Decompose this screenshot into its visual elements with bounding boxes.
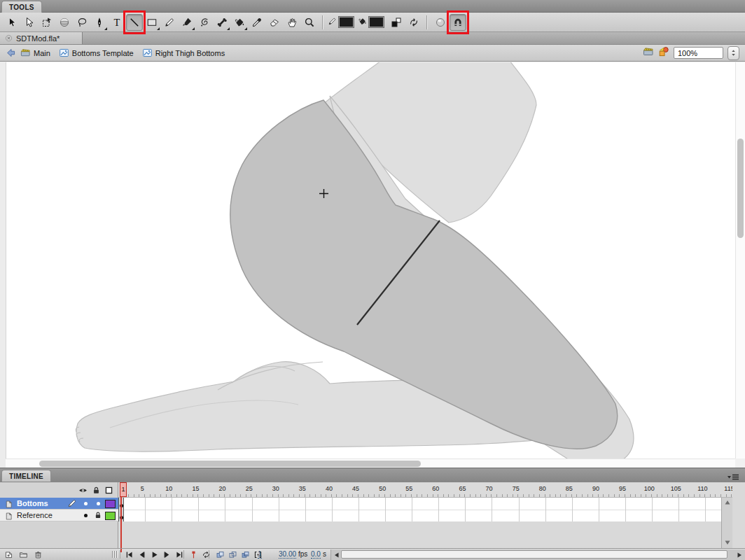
timeline-vertical-scrollbar[interactable] bbox=[721, 498, 732, 548]
ruler-frame-label: 25 bbox=[246, 485, 253, 492]
fill-color-control-swatch[interactable] bbox=[368, 16, 384, 28]
elapsed-time-indicator[interactable]: 0.0 s bbox=[311, 550, 326, 559]
delete-layer-button[interactable] bbox=[32, 550, 43, 559]
canvas-vertical-scrollbar-thumb[interactable] bbox=[737, 139, 744, 238]
edit-symbols-button[interactable] bbox=[658, 46, 669, 60]
close-document-icon[interactable] bbox=[5, 32, 13, 45]
eyedropper-tool[interactable] bbox=[249, 14, 265, 31]
timeline-status-bar: 1 30.00 fps 0.0 s bbox=[0, 548, 745, 560]
outline-all-layers-icon[interactable] bbox=[104, 485, 113, 495]
canvas-vertical-scrollbar[interactable] bbox=[735, 62, 745, 458]
panel-menu-icon[interactable] bbox=[727, 472, 739, 480]
hand-icon bbox=[286, 17, 298, 28]
document-tab[interactable]: SDTMod.fla* bbox=[0, 32, 83, 44]
frame-ruler[interactable]: 5101520253035404550556065707580859095100… bbox=[118, 482, 732, 498]
layer-lock-toggle[interactable] bbox=[92, 510, 104, 521]
breadcrumb-item-bottoms-template[interactable]: Bottoms Template bbox=[59, 48, 134, 58]
snap-to-objects-toggle[interactable] bbox=[450, 14, 466, 31]
play-button[interactable] bbox=[148, 550, 160, 559]
scroll-down-button[interactable] bbox=[723, 538, 732, 547]
onion-skin-button[interactable] bbox=[214, 550, 225, 559]
brush-tool[interactable] bbox=[179, 14, 195, 31]
subselection-tool[interactable] bbox=[21, 14, 38, 31]
3d-rotation-tool[interactable] bbox=[56, 14, 73, 31]
ruler-frame-label: 5 bbox=[141, 485, 144, 492]
stage-canvas[interactable] bbox=[6, 62, 736, 458]
playhead-marker[interactable]: 1 bbox=[120, 482, 127, 497]
show-hide-all-layers-icon[interactable] bbox=[78, 485, 88, 495]
fill-color-control[interactable] bbox=[358, 16, 387, 29]
selection-tool[interactable] bbox=[4, 14, 20, 31]
line-icon bbox=[129, 17, 140, 28]
rectangle-tool[interactable] bbox=[144, 14, 160, 31]
tools-panel-tab[interactable]: TOOLS bbox=[1, 1, 42, 13]
panel-resize-handle[interactable] bbox=[112, 551, 119, 558]
modify-markers-button[interactable] bbox=[252, 550, 263, 559]
fps-value[interactable]: 30.00 bbox=[279, 550, 296, 559]
layer-visibility-toggle[interactable] bbox=[80, 510, 91, 521]
zoom-level-input[interactable] bbox=[674, 47, 723, 59]
tools-panel-header: TOOLS bbox=[0, 0, 745, 13]
layer-row-reference[interactable]: Reference bbox=[0, 510, 118, 522]
black-white-button[interactable] bbox=[388, 14, 405, 31]
hand-tool[interactable] bbox=[284, 14, 300, 31]
free-transform-tool[interactable] bbox=[39, 14, 55, 31]
loop-button[interactable] bbox=[200, 550, 211, 559]
onion-skin-outlines-button[interactable] bbox=[227, 550, 238, 559]
timeline-panel-header: TIMELINE bbox=[0, 468, 745, 483]
scroll-left-button[interactable] bbox=[332, 550, 341, 559]
eraser-tool[interactable] bbox=[266, 14, 283, 31]
stroke-color-control-swatch[interactable] bbox=[338, 16, 354, 28]
goto-first-frame-button[interactable] bbox=[123, 550, 134, 559]
toolbar-separator bbox=[426, 15, 428, 29]
canvas-horizontal-scrollbar-thumb[interactable] bbox=[39, 461, 421, 467]
scroll-right-button[interactable] bbox=[734, 550, 744, 559]
tool-flyout-caret-icon bbox=[244, 27, 247, 30]
step-forward-button[interactable] bbox=[161, 550, 172, 559]
new-folder-button[interactable] bbox=[18, 550, 29, 559]
frame-grid[interactable] bbox=[118, 498, 732, 522]
goto-last-frame-button[interactable] bbox=[174, 550, 185, 559]
pencil-tool[interactable] bbox=[161, 14, 178, 31]
elapsed-value[interactable]: 0.0 bbox=[311, 550, 321, 559]
paint-bucket-tool[interactable] bbox=[231, 14, 248, 31]
stroke-color-control[interactable] bbox=[328, 16, 357, 29]
zoom-stepper[interactable] bbox=[727, 46, 739, 60]
swap-colors-button[interactable] bbox=[405, 14, 422, 31]
step-back-button[interactable] bbox=[136, 550, 147, 559]
object-drawing-toggle[interactable] bbox=[432, 14, 449, 31]
edit-multiple-frames-button[interactable] bbox=[239, 550, 251, 559]
timeline-panel-tab[interactable]: TIMELINE bbox=[1, 470, 51, 482]
playhead-line[interactable]: 1 bbox=[120, 482, 122, 548]
text-tool[interactable]: T bbox=[109, 14, 125, 31]
layer-name[interactable]: Bottoms bbox=[17, 499, 48, 507]
timeline-horizontal-scrollbar[interactable] bbox=[330, 550, 745, 560]
line-tool[interactable] bbox=[126, 14, 143, 31]
lasso-tool[interactable] bbox=[74, 14, 90, 31]
canvas-horizontal-scrollbar[interactable] bbox=[6, 458, 735, 468]
timeline-body: BottomsReference 51015202530354045505560… bbox=[0, 482, 745, 548]
pen-tool[interactable] bbox=[91, 14, 108, 31]
edit-scene-button[interactable] bbox=[643, 46, 654, 60]
center-frame-button[interactable] bbox=[188, 550, 199, 559]
timeline-horizontal-scrollbar-thumb[interactable] bbox=[341, 550, 727, 559]
breadcrumb-item-main[interactable]: Main bbox=[20, 48, 50, 58]
lock-all-layers-icon[interactable] bbox=[92, 485, 101, 495]
layer-outline-color-swatch[interactable] bbox=[105, 512, 116, 520]
layer-row-bottoms[interactable]: Bottoms bbox=[0, 498, 118, 510]
deco-tool[interactable] bbox=[196, 14, 213, 31]
new-layer-button[interactable] bbox=[3, 550, 14, 559]
layer-outline-color-swatch[interactable] bbox=[105, 500, 116, 508]
scene-icon bbox=[20, 48, 31, 58]
layer-visibility-toggle[interactable] bbox=[80, 498, 91, 509]
frame-rate-indicator[interactable]: 30.00 fps bbox=[279, 550, 307, 559]
scroll-up-button[interactable] bbox=[723, 498, 732, 507]
back-button[interactable] bbox=[6, 48, 16, 58]
breadcrumb-item-right-thigh-bottoms[interactable]: Right Thigh Bottoms bbox=[142, 48, 225, 58]
timeline-frames-area[interactable]: 5101520253035404550556065707580859095100… bbox=[118, 482, 732, 548]
zoom-tool[interactable] bbox=[301, 14, 318, 31]
layer-lock-toggle[interactable] bbox=[92, 498, 104, 509]
layer-name[interactable]: Reference bbox=[17, 511, 53, 519]
bone-tool[interactable] bbox=[214, 14, 230, 31]
playhead-tick bbox=[120, 549, 122, 552]
